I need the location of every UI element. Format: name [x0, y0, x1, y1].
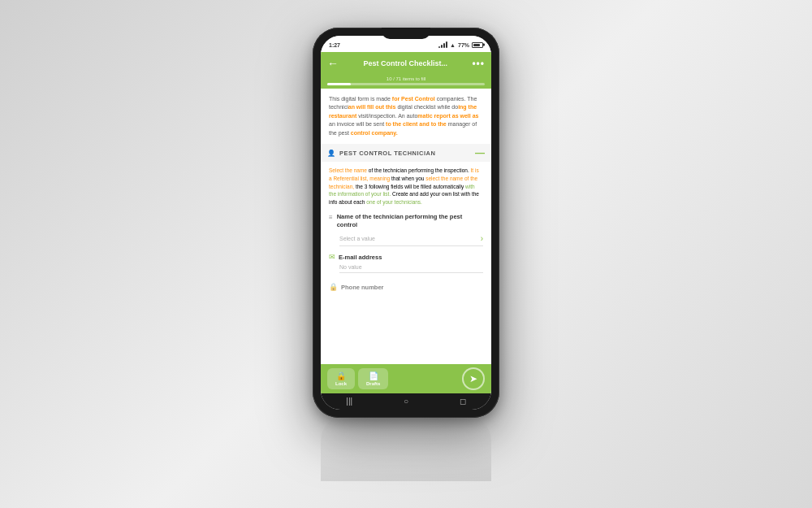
technician-chevron-icon: › [481, 234, 483, 243]
email-field-label: E-mail address [339, 254, 382, 261]
phone-field-partial: 🔒 Phone number [329, 280, 483, 291]
list-icon: ≡ [329, 214, 333, 221]
bottom-toolbar: 🔒 Lock 📄 Drafts ➤ [321, 364, 491, 393]
phone-reflection [321, 416, 491, 481]
progress-section: 10 / 71 items to fill [321, 75, 491, 89]
technician-name-field: ≡ Name of the technician performing the … [329, 213, 483, 247]
back-button[interactable]: ← [327, 57, 339, 70]
nav-bar: ||| ○ ◻ [321, 393, 491, 410]
email-icon: ✉ [329, 253, 335, 261]
lock-button[interactable]: 🔒 Lock [327, 368, 355, 389]
drafts-btn-icon: 📄 [369, 371, 378, 380]
more-button[interactable]: ••• [472, 58, 485, 69]
description-text: This digital form is made for Pest Contr… [329, 95, 483, 138]
section-title: PEST CONTROL TECHNICIAN [339, 150, 435, 157]
status-time: 1:27 [329, 42, 340, 48]
lock-btn-label: Lock [335, 381, 347, 386]
email-value[interactable]: No value [339, 264, 483, 273]
progress-text: 10 / 71 items to fill [327, 76, 485, 81]
battery-icon [472, 42, 483, 48]
technician-input-row[interactable]: Select a value › [339, 232, 483, 246]
drafts-btn-label: Drafts [366, 381, 380, 386]
section-header: 👤 PEST CONTROL TECHNICIAN — [321, 144, 491, 162]
send-button[interactable]: ➤ [462, 367, 485, 390]
app-header: ← Pest Control Checklist... ••• [321, 52, 491, 75]
technician-placeholder: Select a value [339, 236, 375, 241]
content-scroll: This digital form is made for Pest Contr… [321, 89, 491, 364]
nav-home-icon[interactable]: ○ [404, 397, 408, 406]
lock-btn-icon: 🔒 [336, 371, 346, 380]
technician-section-icon: 👤 [327, 150, 335, 157]
phone-device: 1:27 ▲ 77% [313, 28, 499, 418]
nav-back-icon[interactable]: ||| [346, 397, 352, 406]
content-area: This digital form is made for Pest Contr… [321, 89, 491, 364]
technician-field-label: Name of the technician performing the pe… [337, 213, 483, 229]
helper-text: Select the name of the technician perfor… [329, 167, 483, 206]
section-minimize-button[interactable]: — [475, 148, 485, 158]
nav-recent-icon[interactable]: ◻ [460, 397, 466, 406]
phone-field-label: Phone number [341, 284, 384, 291]
phone-notch [382, 28, 430, 39]
battery-percent: 77% [458, 42, 469, 48]
progress-fill [327, 83, 351, 85]
signal-icon [438, 41, 447, 48]
send-icon: ➤ [469, 373, 477, 384]
scene: 1:27 ▲ 77% [0, 0, 812, 508]
wifi-icon: ▲ [450, 42, 456, 48]
phone-wrapper: 1:27 ▲ 77% [313, 28, 499, 481]
status-left: 1:27 [329, 42, 340, 48]
status-right: ▲ 77% [438, 41, 483, 48]
drafts-button[interactable]: 📄 Drafts [358, 368, 388, 389]
phone-screen: 1:27 ▲ 77% [321, 36, 491, 410]
header-title: Pest Control Checklist... [339, 59, 472, 67]
lock-icon: 🔒 [329, 283, 338, 291]
email-field: ✉ E-mail address No value [329, 253, 483, 273]
progress-bar [327, 83, 485, 85]
